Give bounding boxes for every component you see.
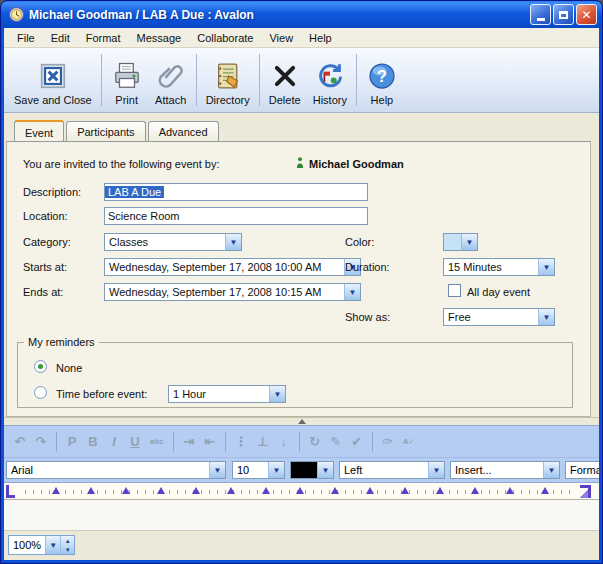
delete-button[interactable]: Delete: [263, 50, 307, 110]
directory-button[interactable]: Directory: [200, 50, 256, 110]
tab-stop-marker[interactable]: [331, 487, 339, 494]
outdent-icon[interactable]: ⇤: [204, 434, 216, 449]
zoom-control[interactable]: 100% ▼ ▲ ▼: [8, 535, 75, 555]
tab-stop-marker[interactable]: [87, 487, 95, 494]
menu-file[interactable]: File: [10, 30, 42, 46]
underline-icon[interactable]: U: [129, 434, 141, 449]
menu-help[interactable]: Help: [302, 30, 339, 46]
close-button[interactable]: ✕: [576, 4, 597, 25]
description-input[interactable]: LAB A Due: [104, 183, 368, 201]
color-dropdown[interactable]: ▼: [443, 233, 478, 251]
tab-stop-marker[interactable]: [401, 487, 409, 494]
chevron-down-icon[interactable]: ▼: [209, 462, 225, 478]
tab-stop-marker[interactable]: [227, 487, 235, 494]
help-button[interactable]: ? Help: [360, 50, 404, 110]
save-and-close-button[interactable]: Save and Close: [8, 50, 98, 110]
chevron-down-icon[interactable]: ▼: [543, 462, 559, 478]
chevron-down-icon[interactable]: ▼: [344, 284, 360, 300]
spinner-down-icon[interactable]: ▼: [61, 545, 74, 554]
location-input[interactable]: Science Room: [104, 207, 368, 225]
chevron-down-icon[interactable]: ▼: [538, 309, 554, 325]
tab-stop-marker[interactable]: [192, 487, 200, 494]
window-title: Michael Goodman / LAB A Due : Avalon: [29, 8, 530, 22]
spinner-up-icon[interactable]: ▲: [61, 536, 74, 545]
tab-event[interactable]: Event: [14, 120, 64, 142]
undo-icon[interactable]: ↶: [14, 434, 26, 449]
menu-view[interactable]: View: [262, 30, 300, 46]
pen-icon[interactable]: ✎: [330, 434, 342, 449]
maximize-button[interactable]: [553, 4, 574, 25]
rotate-icon[interactable]: ↻: [309, 434, 321, 449]
title-bar[interactable]: Michael Goodman / LAB A Due : Avalon ✕: [1, 1, 602, 28]
signature-icon[interactable]: ✑: [382, 434, 394, 449]
spellcheck-icon[interactable]: A✓: [403, 437, 415, 446]
chevron-down-icon[interactable]: ▼: [268, 462, 284, 478]
tab-stop-marker[interactable]: [541, 487, 549, 494]
tab-stop-marker[interactable]: [157, 487, 165, 494]
reminder-time-radio[interactable]: [34, 386, 47, 399]
tab-stop-marker[interactable]: [262, 487, 270, 494]
chevron-down-icon[interactable]: ▼: [317, 462, 333, 478]
tab-stop-marker[interactable]: [506, 487, 514, 494]
font-size-dropdown[interactable]: 10 ▼: [232, 461, 285, 479]
message-body-area[interactable]: [4, 500, 599, 531]
location-value: Science Room: [105, 210, 183, 222]
italic-icon[interactable]: I: [108, 434, 120, 449]
paragraph-icon[interactable]: P: [66, 434, 78, 449]
print-button[interactable]: Print: [105, 50, 149, 110]
left-margin-marker[interactable]: [6, 485, 15, 498]
category-dropdown[interactable]: Classes ▼: [104, 233, 242, 251]
tab-stop-marker[interactable]: [366, 487, 374, 494]
show-as-dropdown[interactable]: Free ▼: [443, 308, 555, 326]
chevron-down-icon[interactable]: ▼: [428, 462, 444, 478]
menu-collaborate[interactable]: Collaborate: [190, 30, 260, 46]
minimize-button[interactable]: [530, 4, 551, 25]
print-icon: [112, 61, 142, 91]
font-family-dropdown[interactable]: Arial ▼: [6, 461, 226, 479]
bold-icon[interactable]: B: [87, 434, 99, 449]
align-dropdown[interactable]: Left ▼: [339, 461, 445, 479]
pane-splitter[interactable]: [4, 417, 599, 425]
starts-at-dropdown[interactable]: Wednesday, September 17, 2008 10:00 AM ▼: [104, 258, 361, 276]
right-margin-marker[interactable]: [580, 485, 591, 498]
tab-stop-marker[interactable]: [471, 487, 479, 494]
duration-dropdown[interactable]: 15 Minutes ▼: [443, 258, 555, 276]
zoom-spinner[interactable]: ▲ ▼: [60, 536, 74, 554]
tab-participants[interactable]: Participants: [66, 121, 145, 141]
all-day-checkbox[interactable]: [448, 284, 461, 297]
list-icon[interactable]: ⋮: [235, 434, 248, 449]
attach-button[interactable]: Attach: [149, 50, 193, 110]
toolbar-button-label: Help: [371, 94, 394, 106]
tab-advanced[interactable]: Advanced: [148, 121, 219, 141]
down-arrow-icon[interactable]: ↓: [278, 434, 290, 449]
format-dropdown[interactable]: Format...: [565, 461, 599, 479]
redo-icon[interactable]: ↷: [35, 434, 47, 449]
indent-icon[interactable]: ⇥: [183, 434, 195, 449]
abc-format-icon[interactable]: abc: [150, 437, 164, 446]
chevron-down-icon[interactable]: ▼: [538, 259, 554, 275]
tab-stop-icon[interactable]: ⊥: [257, 434, 269, 449]
font-size-value: 10: [233, 464, 268, 476]
history-button[interactable]: History: [307, 50, 353, 110]
tab-stop-marker[interactable]: [122, 487, 130, 494]
tab-stop-marker[interactable]: [296, 487, 304, 494]
tab-stop-marker[interactable]: [52, 487, 60, 494]
event-window: Michael Goodman / LAB A Due : Avalon ✕ F…: [0, 0, 603, 564]
menu-format[interactable]: Format: [79, 30, 128, 46]
check-icon[interactable]: ✔: [351, 434, 363, 449]
reminder-time-dropdown[interactable]: 1 Hour ▼: [168, 385, 286, 403]
menu-message[interactable]: Message: [130, 30, 189, 46]
tab-stop-marker[interactable]: [436, 487, 444, 494]
chevron-down-icon[interactable]: ▼: [269, 386, 285, 402]
chevron-down-icon[interactable]: ▼: [45, 536, 60, 554]
reminder-none-radio[interactable]: [34, 360, 47, 373]
text-color-dropdown[interactable]: ▼: [290, 461, 334, 479]
chevron-down-icon[interactable]: ▼: [461, 234, 477, 250]
insert-dropdown[interactable]: Insert... ▼: [450, 461, 560, 479]
menu-edit[interactable]: Edit: [44, 30, 77, 46]
toolbar-separator: [259, 54, 260, 106]
ruler[interactable]: [4, 482, 599, 500]
chevron-down-icon[interactable]: ▼: [225, 234, 241, 250]
ends-at-dropdown[interactable]: Wednesday, September 17, 2008 10:15 AM ▼: [104, 283, 361, 301]
show-as-value: Free: [444, 311, 538, 323]
